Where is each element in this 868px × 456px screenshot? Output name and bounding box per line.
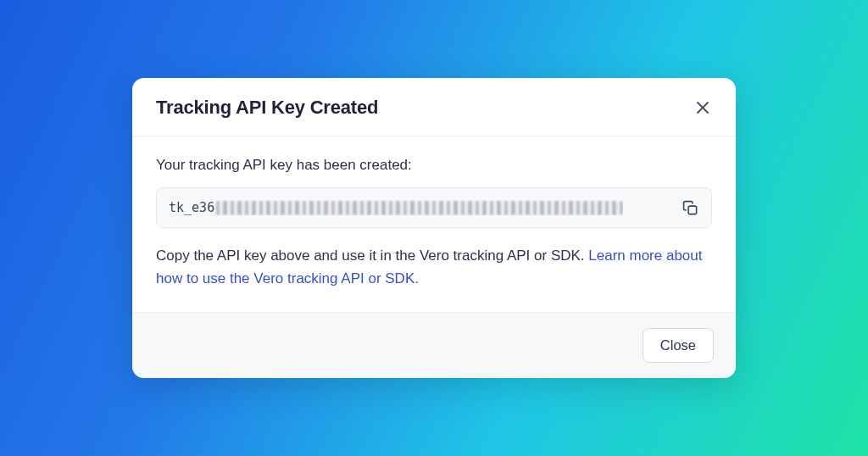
intro-text: Your tracking API key has been created:: [156, 157, 712, 174]
api-key-obscured: [216, 201, 623, 215]
modal-title: Tracking API Key Created: [156, 97, 378, 119]
helper-text-static: Copy the API key above and use it in the…: [156, 247, 588, 264]
close-button[interactable]: Close: [643, 328, 714, 363]
modal-footer: Close: [132, 312, 736, 378]
api-key-modal: Tracking API Key Created Your tracking A…: [132, 78, 736, 378]
copy-icon[interactable]: [681, 198, 699, 217]
modal-header: Tracking API Key Created: [132, 78, 736, 136]
api-key-prefix: tk_e36: [169, 200, 214, 215]
close-icon[interactable]: [693, 98, 712, 117]
modal-body: Your tracking API key has been created: …: [132, 136, 736, 312]
api-key-value: tk_e36: [169, 200, 623, 215]
svg-rect-2: [688, 206, 697, 214]
helper-text: Copy the API key above and use it in the…: [156, 245, 712, 290]
api-key-field: tk_e36: [156, 187, 712, 228]
